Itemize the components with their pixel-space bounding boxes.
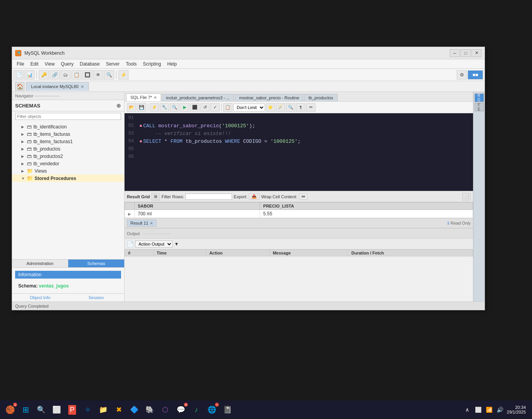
- run-btn[interactable]: ▶: [180, 103, 189, 112]
- tree-item-stored-procedures[interactable]: ▼ 📁 Stored Procedures: [12, 175, 124, 182]
- tree-item-tb-productos[interactable]: ▶ 🗃 tb_productos: [12, 145, 124, 152]
- tree-item-tb-items-facturas1[interactable]: ▶ 🗃 tb_items_facturas1: [12, 138, 124, 145]
- reload-btn[interactable]: ↺: [200, 103, 210, 112]
- tray-wifi-icon[interactable]: 📶: [485, 406, 493, 414]
- menu-help[interactable]: Help: [164, 61, 180, 68]
- zoom-btn[interactable]: 🔍: [286, 103, 295, 112]
- taskbar-chrome[interactable]: 🌐 !: [205, 403, 219, 417]
- commit-btn[interactable]: ✓: [210, 103, 220, 112]
- magic-btn[interactable]: 🪄: [276, 103, 285, 112]
- tree-item-tb-identificacion[interactable]: ▶ 🗃 tb_identificacion: [12, 123, 124, 130]
- session-tab[interactable]: Session: [68, 294, 125, 301]
- taskbar-taskview[interactable]: ⬜: [50, 403, 64, 417]
- taskbar-files[interactable]: 📁: [96, 403, 110, 417]
- filter-rows-input[interactable]: [185, 194, 232, 200]
- taskbar-spotify[interactable]: ♪: [189, 403, 203, 417]
- result-grid-toggle[interactable]: ⊞: [151, 193, 160, 201]
- action-output-select[interactable]: Action Output Text Output: [135, 241, 173, 248]
- col-duration: Duration / Fetch: [348, 250, 473, 256]
- table-row[interactable]: ▶ 700 ml 5.55: [125, 210, 473, 218]
- object-info-tab[interactable]: Object Info: [12, 294, 68, 301]
- sql-tab-0[interactable]: SQL File 7* ✕: [126, 93, 161, 101]
- open-file-btn[interactable]: 📂: [127, 103, 136, 112]
- menu-query[interactable]: Query: [58, 61, 77, 68]
- sql-tab-3[interactable]: tb_productos: [304, 94, 338, 101]
- open-btn[interactable]: 🔑: [39, 70, 49, 80]
- menu-server[interactable]: Server: [103, 61, 123, 68]
- tray-tablet-icon[interactable]: ⬜: [474, 406, 482, 414]
- form-editor-strip-btn[interactable]: FE: [475, 103, 484, 111]
- instance-tab-close[interactable]: ✕: [81, 85, 84, 89]
- taskbar-notes[interactable]: 📓: [220, 403, 234, 417]
- menu-edit[interactable]: Edit: [27, 61, 42, 68]
- view-btn[interactable]: 👁: [93, 70, 103, 80]
- table-icon: 🗃: [27, 146, 32, 152]
- result-tab-11[interactable]: Result 11 ✕: [127, 220, 156, 227]
- sql-tab-close[interactable]: ✕: [154, 95, 157, 100]
- connect-btn[interactable]: 🔗: [50, 70, 60, 80]
- jetbrains-icon: P: [68, 405, 76, 415]
- menu-file[interactable]: File: [14, 61, 27, 68]
- tree-item-tb-productos2[interactable]: ▶ 🗃 tb_productos2: [12, 152, 124, 160]
- taskbar-discord[interactable]: 💬 9: [174, 403, 188, 417]
- minimize-button[interactable]: ─: [450, 49, 460, 57]
- select-btn[interactable]: 🔲: [82, 70, 92, 80]
- menu-view[interactable]: View: [42, 61, 58, 68]
- wrap-button[interactable]: ⇔: [299, 193, 308, 200]
- taskbar-vscode[interactable]: ✧: [81, 403, 95, 417]
- tab-administration[interactable]: Administration: [12, 260, 68, 267]
- result-grid-strip-btn[interactable]: RG: [475, 93, 484, 102]
- cell-sabor: 700 ml: [135, 210, 260, 218]
- search-btn[interactable]: 🔍: [170, 103, 179, 112]
- taskbar-mysql[interactable]: 🏀 1: [3, 403, 17, 417]
- home-button[interactable]: 🏠: [15, 82, 24, 91]
- taskbar-unknown1[interactable]: ⬡: [158, 403, 172, 417]
- taskbar-jetbrains[interactable]: P: [65, 403, 79, 417]
- menu-scripting[interactable]: Scripting: [140, 61, 164, 68]
- export-button[interactable]: 📤: [249, 193, 260, 200]
- taskbar-xampp[interactable]: ✖: [112, 403, 126, 417]
- close-button[interactable]: ✕: [471, 49, 482, 57]
- sql-tab-2[interactable]: mostrar_sabor_precio - Routine: [235, 94, 303, 101]
- save-file-btn[interactable]: 💾: [137, 103, 146, 112]
- theme-btn[interactable]: ■■: [468, 70, 483, 80]
- code-editor[interactable]: 91 92 ● CALL mostrar_sabor_precio('10001…: [125, 113, 473, 191]
- result-tab-close[interactable]: ✕: [150, 221, 153, 225]
- maximize-button[interactable]: □: [461, 49, 471, 57]
- tree-item-tb-items-facturas[interactable]: ▶ 🗃 tb_items_facturas: [12, 130, 124, 138]
- instance-tab[interactable]: Local instance MySQL80 ✕: [26, 82, 89, 91]
- taskbar-dbbeaver[interactable]: 🐘: [143, 403, 157, 417]
- stop-run-btn[interactable]: ⬛: [190, 103, 199, 112]
- explain-btn[interactable]: 🔧: [160, 103, 169, 112]
- execute-btn[interactable]: ⚡: [150, 103, 159, 112]
- format-btn[interactable]: ¶: [296, 103, 305, 112]
- limit-select[interactable]: Don't Limit 100 rows 200 rows: [233, 104, 265, 111]
- sql-tab-1[interactable]: incluir_producto_parametros3 - ...: [162, 94, 234, 101]
- schemas-actions[interactable]: ⊕: [116, 102, 121, 109]
- tree-item-views[interactable]: ▶ 📁 Views: [12, 167, 124, 175]
- schema-btn[interactable]: 🗂: [61, 70, 71, 80]
- menu-tools[interactable]: Tools: [123, 61, 140, 68]
- star-btn[interactable]: ⭐: [266, 103, 275, 112]
- taskbar-windows[interactable]: ⊞: [19, 403, 33, 417]
- table-btn[interactable]: 📋: [71, 70, 81, 80]
- tree-item-tb-vendedor[interactable]: ▶ 🗃 tb_vendedor: [12, 160, 124, 167]
- filter-input[interactable]: [15, 113, 121, 120]
- tray-up-arrow[interactable]: ∧: [463, 406, 471, 414]
- new-query-btn[interactable]: 📄: [14, 70, 24, 80]
- edit-btn[interactable]: ✏: [306, 103, 315, 112]
- snippet-btn[interactable]: 📋: [223, 103, 232, 112]
- col-precio-lista[interactable]: PRECIO_LISTA: [260, 203, 473, 210]
- detach-btn[interactable]: ⬜: [462, 193, 471, 201]
- tray-volume-icon[interactable]: 🔊: [496, 406, 504, 414]
- sidebar: Navigator ····················· SCHEMAS …: [12, 92, 125, 301]
- inspect-btn[interactable]: 🔍: [104, 70, 114, 80]
- tab-schemas[interactable]: Schemas: [68, 260, 124, 267]
- new-model-btn[interactable]: 📊: [24, 70, 35, 80]
- menu-database[interactable]: Database: [77, 61, 103, 68]
- forward-engineer-btn[interactable]: ⚡: [118, 70, 128, 80]
- taskbar-search[interactable]: 🔍: [34, 403, 48, 417]
- settings-btn[interactable]: ⚙: [457, 70, 467, 80]
- col-sabor[interactable]: SABOR: [135, 203, 260, 210]
- taskbar-mysql-tb[interactable]: 🔷: [127, 403, 141, 417]
